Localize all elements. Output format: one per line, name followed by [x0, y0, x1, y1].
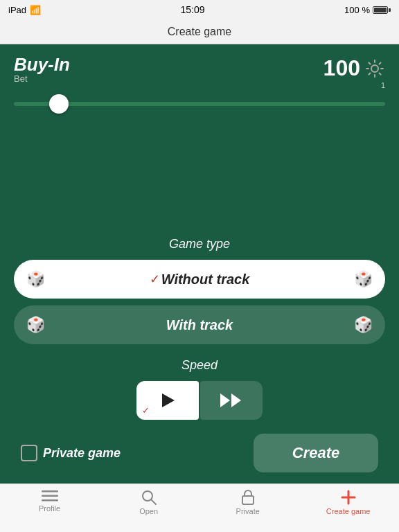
tab-private[interactable]: Private	[227, 490, 269, 515]
buy-in-right: 100 1	[323, 55, 385, 89]
buy-in-left: Buy-In Bet	[14, 55, 70, 84]
tab-bar: Profile Open Private Create game	[0, 484, 399, 532]
svg-marker-3	[231, 393, 241, 407]
plus-icon	[341, 490, 356, 505]
check-mark-1: ✓	[150, 272, 160, 287]
wifi-icon: 📶	[30, 5, 41, 15]
create-button-label: Create	[292, 444, 339, 462]
menu-icon	[42, 490, 58, 502]
status-left: iPad 📶	[8, 5, 41, 15]
page-title: Create game	[168, 26, 232, 38]
play-icon	[158, 391, 177, 410]
option-without-track-label: Without track	[161, 272, 250, 287]
dice-left-icon-2: 🎲	[26, 316, 45, 334]
svg-marker-1	[162, 393, 175, 407]
battery-label: 100 %	[344, 5, 370, 15]
status-right: 100 %	[344, 5, 391, 15]
buy-in-value-sub: 1	[381, 81, 385, 89]
private-game-label: Private game	[43, 446, 121, 461]
buy-in-slider-container	[14, 96, 385, 109]
private-game-container[interactable]: Private game	[21, 445, 121, 461]
settings-gear-icon[interactable]	[364, 58, 385, 79]
nav-bar: Create game	[0, 19, 399, 44]
buy-in-slider[interactable]	[14, 102, 385, 106]
check-mark-speed: ✓	[142, 405, 150, 416]
search-icon	[141, 490, 157, 505]
status-time: 15:09	[181, 4, 205, 15]
fast-forward-icon	[219, 391, 244, 410]
tab-create-game-label: Create game	[326, 507, 371, 515]
buy-in-header: Buy-In Bet 100 1	[14, 55, 385, 89]
tab-open[interactable]: Open	[128, 490, 170, 515]
tab-private-label: Private	[236, 507, 260, 515]
dice-left-icon-1: 🎲	[26, 270, 45, 288]
private-game-checkbox[interactable]	[21, 445, 37, 461]
dice-right-icon-1: 🎲	[354, 270, 373, 288]
svg-rect-9	[242, 496, 254, 504]
speed-title: Speed	[14, 358, 385, 373]
speed-section: Speed ✓	[14, 358, 385, 420]
tab-open-label: Open	[139, 507, 158, 515]
battery-icon	[373, 6, 391, 14]
buy-in-subtitle: Bet	[14, 73, 70, 84]
option-without-track[interactable]: 🎲 ✓ Without track 🎲	[14, 260, 385, 299]
dice-right-icon-2: 🎲	[354, 316, 373, 334]
game-type-options: 🎲 ✓ Without track 🎲 🎲 With track 🎲	[14, 260, 385, 344]
buy-in-value: 100	[323, 55, 360, 81]
create-button[interactable]: Create	[254, 434, 378, 472]
buy-in-title: Buy-In	[14, 55, 70, 73]
game-type-title: Game type	[14, 237, 385, 251]
svg-rect-5	[42, 495, 58, 497]
svg-line-8	[151, 499, 156, 504]
speed-fast-btn[interactable]	[200, 381, 263, 420]
svg-rect-6	[42, 499, 58, 502]
tab-profile-label: Profile	[39, 504, 60, 513]
svg-point-0	[371, 65, 378, 72]
device-label: iPad	[8, 5, 26, 15]
value-gear-row: 100	[323, 55, 385, 81]
speed-normal-btn[interactable]: ✓	[136, 381, 199, 420]
option-with-track[interactable]: 🎲 With track 🎲	[14, 305, 385, 344]
main-content: Buy-In Bet 100 1 Game type 🎲 ✓ Without t…	[0, 44, 399, 484]
option-with-track-label: With track	[166, 317, 233, 333]
tab-profile[interactable]: Profile	[29, 490, 71, 513]
speed-buttons: ✓	[14, 381, 385, 420]
bottom-row: Private game Create	[14, 434, 385, 472]
tab-create-game[interactable]: Create game	[326, 490, 371, 515]
status-bar: iPad 📶 15:09 100 %	[0, 0, 399, 19]
svg-marker-2	[220, 393, 230, 407]
svg-rect-4	[42, 490, 58, 493]
lock-icon	[242, 490, 254, 505]
